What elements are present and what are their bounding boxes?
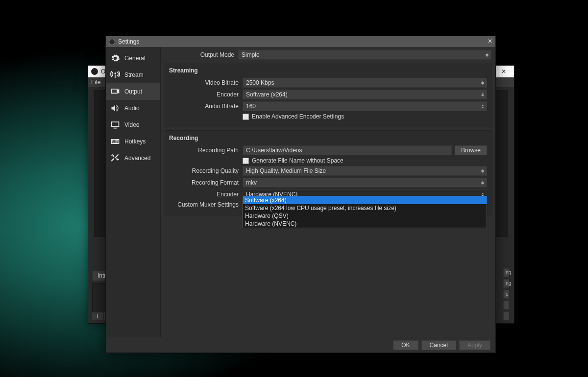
video-bitrate-label: Video Bitrate — [169, 79, 243, 86]
browse-button[interactable]: Browse — [455, 145, 487, 155]
antenna-icon — [110, 70, 121, 80]
adv-encoder-label: Enable Advanced Encoder Settings — [252, 113, 344, 120]
dropdown-arrows-icon — [480, 102, 486, 110]
encoder-option[interactable]: Software (x264 low CPU usage preset, inc… — [243, 204, 487, 212]
audio-bitrate-select[interactable]: 160 — [243, 101, 487, 111]
gen-filename-label: Generate File Name without Space — [252, 157, 343, 164]
nav-label: General — [124, 55, 146, 62]
spinner-arrows-icon[interactable] — [480, 79, 486, 87]
nav-label: Stream — [124, 71, 144, 78]
encoder-option[interactable]: Hardware (NVENC) — [243, 220, 487, 228]
dropdown-arrows-icon — [480, 167, 486, 175]
settings-dialog: Settings ✕ General Stream Output — [105, 36, 496, 353]
recording-format-label: Recording Format — [169, 179, 243, 186]
audio-bitrate-label: Audio Bitrate — [169, 103, 243, 110]
audio-bitrate-value: 160 — [246, 103, 256, 110]
recording-quality-label: Recording Quality — [169, 167, 243, 174]
recording-format-select[interactable]: mkv — [243, 178, 487, 188]
video-bitrate-value: 2500 Kbps — [246, 79, 274, 86]
nav-video[interactable]: Video — [106, 117, 160, 133]
ok-button[interactable]: OK — [393, 340, 418, 350]
adv-encoder-checkbox[interactable] — [243, 114, 249, 120]
streaming-group: Streaming Video Bitrate 2500 Kbps Encode… — [165, 63, 491, 127]
monitor-icon — [110, 120, 121, 130]
nav-label: Hotkeys — [124, 138, 146, 145]
recording-group: Recording Recording Path C:\Users\fatiw\… — [165, 130, 491, 215]
recording-quality-select[interactable]: High Quality, Medium File Size — [243, 166, 487, 176]
settings-nav: General Stream Output Audio — [106, 47, 161, 337]
recording-encoder-dropdown[interactable]: Software (x264) Software (x264 low CPU u… — [243, 196, 487, 228]
nav-advanced[interactable]: Advanced — [106, 150, 160, 166]
menu-file[interactable]: File — [91, 79, 100, 86]
streaming-encoder-label: Encoder — [169, 91, 243, 98]
obs-side-panel: ng ng e — [503, 268, 509, 342]
nav-general[interactable]: General — [106, 50, 160, 67]
encoder-option[interactable]: Software (x264) — [243, 196, 487, 204]
encoder-option[interactable]: Hardware (QSV) — [243, 212, 487, 220]
recording-quality-value: High Quality, Medium File Size — [246, 167, 326, 174]
gen-filename-checkbox[interactable] — [243, 158, 249, 164]
streaming-encoder-value: Software (x264) — [246, 91, 288, 98]
nav-hotkeys[interactable]: Hotkeys — [106, 133, 160, 150]
add-button[interactable]: + — [92, 312, 103, 320]
nav-output[interactable]: Output — [106, 83, 160, 100]
close-icon[interactable]: ✕ — [493, 66, 514, 77]
muxer-label: Custom Muxer Settings — [169, 201, 243, 208]
output-mode-label: Output Mode — [165, 51, 238, 58]
side-row[interactable]: ng — [503, 268, 509, 277]
close-icon[interactable]: ✕ — [488, 38, 492, 45]
nav-stream[interactable]: Stream — [106, 67, 160, 83]
nav-label: Audio — [124, 105, 140, 112]
recording-encoder-label: Encoder — [169, 191, 243, 198]
settings-titlebar[interactable]: Settings ✕ — [106, 36, 495, 47]
dropdown-arrows-icon — [480, 91, 486, 98]
streaming-title: Streaming — [169, 67, 487, 74]
output-mode-select[interactable]: Simple — [238, 50, 491, 60]
nav-label: Video — [124, 121, 139, 128]
settings-title-text: Settings — [118, 38, 139, 45]
nav-audio[interactable]: Audio — [106, 100, 160, 117]
cancel-button[interactable]: Cancel — [421, 340, 456, 350]
output-icon — [110, 87, 121, 96]
nav-label: Advanced — [124, 155, 150, 162]
recording-format-value: mkv — [246, 179, 257, 186]
gear-icon — [110, 53, 121, 63]
recording-path-label: Recording Path — [169, 147, 243, 154]
side-row[interactable]: ng — [503, 279, 509, 288]
speaker-icon — [110, 103, 121, 113]
recording-path-input[interactable]: C:\Users\fatiw\Videos — [243, 145, 452, 155]
dropdown-arrows-icon — [484, 51, 490, 59]
settings-footer: OK Cancel Apply — [106, 337, 495, 353]
side-row[interactable] — [503, 311, 509, 320]
nav-label: Output — [124, 88, 142, 95]
tools-icon — [110, 153, 121, 163]
streaming-encoder-select[interactable]: Software (x264) — [243, 90, 487, 99]
obs-app-icon — [109, 39, 115, 45]
side-row[interactable]: e — [503, 290, 509, 299]
recording-path-value: C:\Users\fatiw\Videos — [246, 147, 302, 154]
settings-content: Output Mode Simple Streaming Video Bitra… — [161, 47, 495, 337]
recording-title: Recording — [169, 135, 487, 141]
apply-button[interactable]: Apply — [459, 340, 490, 350]
video-bitrate-input[interactable]: 2500 Kbps — [243, 78, 487, 88]
keyboard-icon — [110, 137, 121, 146]
dropdown-arrows-icon — [480, 179, 486, 187]
output-mode-value: Simple — [242, 51, 260, 58]
obs-app-icon — [91, 68, 98, 75]
side-row[interactable] — [503, 301, 509, 309]
